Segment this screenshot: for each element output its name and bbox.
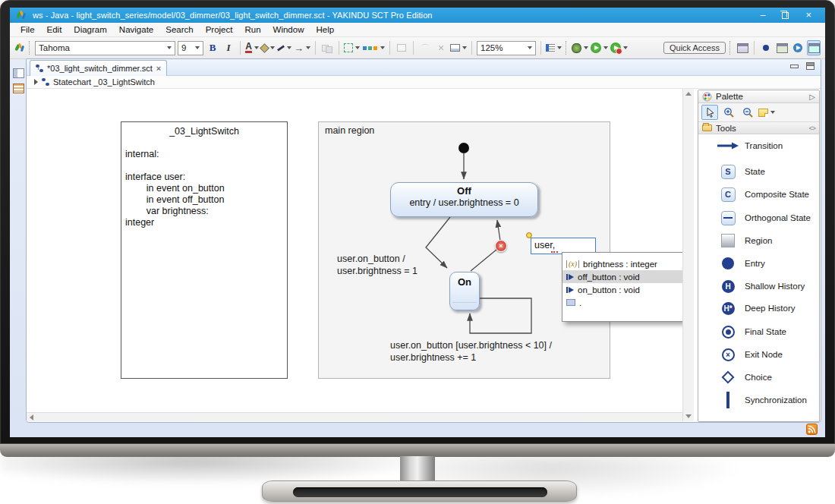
palette-collapse-icon[interactable]: ▷ <box>809 93 815 101</box>
line-color-button[interactable] <box>277 40 291 55</box>
breadcrumb-label[interactable]: Statechart _03_LightSwitch <box>53 77 155 87</box>
autocomplete-item-dot[interactable]: . <box>562 296 682 309</box>
zoom-in-icon <box>723 107 734 118</box>
select-elements-button[interactable] <box>344 40 360 55</box>
initial-state-node[interactable] <box>458 143 469 153</box>
font-size-combo[interactable]: 9 <box>178 41 203 55</box>
bold-button[interactable]: B <box>206 40 219 55</box>
monitor-chin <box>0 443 835 457</box>
sc-perspective-button[interactable] <box>759 40 773 55</box>
fill-color-button[interactable] <box>261 40 275 55</box>
palette-item-entry[interactable]: Entry <box>717 254 765 272</box>
palette-item-region[interactable]: Region <box>717 232 772 250</box>
font-color-icon: A <box>245 43 252 53</box>
palette-item-exit-node[interactable]: × Exit Node <box>717 345 783 364</box>
error-marker-icon[interactable]: × <box>495 240 507 252</box>
palette-item-composite-state[interactable]: C Composite State <box>717 185 809 203</box>
cursor-icon <box>705 107 715 118</box>
transition-label-on[interactable]: user.on_button / user.brightness = 1 <box>337 253 417 277</box>
zoom-out-button[interactable] <box>739 105 756 120</box>
diagram-canvas[interactable]: _03_LightSwitch internal: interface user… <box>27 89 682 412</box>
debug-button[interactable] <box>572 40 588 55</box>
folder-icon <box>702 124 712 131</box>
menu-window[interactable]: Window <box>267 25 310 34</box>
quick-access-button[interactable]: Quick Access <box>663 42 726 54</box>
menu-bar: File Edit Diagram Navigate Search Projec… <box>10 23 825 37</box>
palette-icon <box>702 92 712 102</box>
palette-item-choice[interactable]: Choice <box>717 368 772 386</box>
coverage-icon <box>610 43 621 53</box>
statechart-spec-box[interactable]: _03_LightSwitch internal: interface user… <box>121 121 288 379</box>
menu-navigate[interactable]: Navigate <box>113 25 159 34</box>
run-button[interactable] <box>591 40 608 55</box>
palette-item-final-state[interactable]: Final State <box>717 323 786 341</box>
arrange-layout-button[interactable] <box>362 40 385 55</box>
zoom-combo[interactable]: 125% <box>477 41 536 55</box>
breadcrumb-expander-icon[interactable] <box>34 79 38 85</box>
edit-value: user, <box>534 240 555 250</box>
fill-color-icon <box>260 43 269 53</box>
maximize-view-icon[interactable] <box>806 62 815 70</box>
tab-close-icon[interactable]: × <box>156 64 161 73</box>
palette-item-synchronization[interactable]: Synchronization <box>717 391 807 409</box>
select-tool-button[interactable] <box>701 105 718 120</box>
coverage-button[interactable] <box>610 40 628 55</box>
menu-run[interactable]: Run <box>238 25 266 34</box>
editor-tabstrip: *03_light_switch_dimmer.sct × <box>27 59 821 76</box>
view-menu-button[interactable] <box>546 40 562 55</box>
tools-drawer-header[interactable]: Tools <> <box>698 122 819 134</box>
copy-appearance-button[interactable] <box>320 40 334 55</box>
palette-item-transition[interactable]: Transition <box>717 137 783 155</box>
minimize-view-icon[interactable] <box>789 62 798 70</box>
region-icon <box>721 234 735 247</box>
event-icon <box>569 287 574 293</box>
show-compartment-button[interactable] <box>395 40 408 55</box>
state-off[interactable]: Off entry / user.brightness = 0 <box>390 182 538 217</box>
palette-header[interactable]: Palette ▷ <box>698 90 819 103</box>
scroll-up-icon[interactable] <box>685 92 692 96</box>
font-color-button[interactable]: A <box>245 40 259 55</box>
rss-icon[interactable] <box>806 424 818 435</box>
menu-file[interactable]: File <box>14 25 41 34</box>
menu-help[interactable]: Help <box>310 25 340 34</box>
scroll-left-icon[interactable] <box>30 414 33 421</box>
font-family-combo[interactable]: Tahoma <box>35 41 175 55</box>
close-button[interactable]: × <box>805 11 811 20</box>
arrow-icon: → <box>294 43 304 54</box>
horizontal-scrollbar[interactable] <box>27 412 682 421</box>
palette-item-shallow-history[interactable]: H Shallow History <box>717 277 805 295</box>
autocomplete-item-on-button[interactable]: on_button : void <box>562 283 682 296</box>
compartment-style-button[interactable] <box>450 40 467 55</box>
open-perspective-button[interactable] <box>736 40 749 55</box>
menu-search[interactable]: Search <box>159 25 199 34</box>
toolbar-grip <box>29 41 31 55</box>
restore-view-icon[interactable] <box>13 68 24 78</box>
debug-perspective-button[interactable] <box>791 40 805 55</box>
note-tool-button[interactable] <box>758 105 775 120</box>
pin-drawer-icon[interactable]: <> <box>808 124 815 132</box>
autocomplete-item-off-button[interactable]: off_button : void <box>562 270 682 283</box>
zoom-in-button[interactable] <box>720 105 737 120</box>
split-lines-button[interactable]: ✕ <box>434 40 448 55</box>
autocomplete-item-brightness[interactable]: (x) brightness : integer <box>562 257 682 270</box>
vertical-scrollbar[interactable] <box>682 89 694 421</box>
menu-edit[interactable]: Edit <box>41 25 68 34</box>
java-perspective-button[interactable] <box>807 40 821 55</box>
menu-diagram[interactable]: Diagram <box>68 25 112 34</box>
line-style-button[interactable]: → <box>294 40 310 55</box>
modeling-perspective-button[interactable] <box>775 40 789 55</box>
scroll-down-icon[interactable] <box>685 414 692 418</box>
minimize-button[interactable]: – <box>761 11 766 20</box>
merge-lines-button[interactable]: ⌒ <box>418 40 432 55</box>
menu-project[interactable]: Project <box>200 25 239 34</box>
italic-button[interactable]: I <box>222 40 235 55</box>
palette-item-deep-history[interactable]: H* Deep History <box>717 299 795 317</box>
tab-light-switch-dimmer[interactable]: *03_light_switch_dimmer.sct × <box>30 60 167 76</box>
outline-view-icon[interactable] <box>13 83 24 93</box>
state-on[interactable]: On <box>449 272 480 310</box>
palette-item-state[interactable]: S State <box>717 162 765 181</box>
statechart-node-icon <box>42 78 49 86</box>
palette-item-orthogonal-state[interactable]: Orthogonal State <box>717 209 811 227</box>
transition-label-dim[interactable]: user.on_button [user.brightness < 10] / … <box>390 339 552 364</box>
maximize-button[interactable] <box>782 12 789 19</box>
